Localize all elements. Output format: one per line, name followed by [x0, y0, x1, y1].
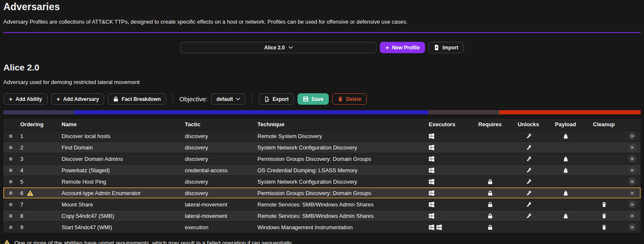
key-icon — [526, 168, 531, 173]
warning-banner: One or more of the abilities have unmet … — [3, 240, 641, 244]
tactic-link[interactable]: execution — [185, 224, 208, 230]
remove-ability-button[interactable]: ✕ — [628, 178, 636, 185]
cleanup-cell — [584, 213, 624, 219]
windows-executor-icon — [436, 225, 442, 230]
windows-executor-icon — [429, 168, 434, 173]
remove-ability-button[interactable]: ✕ — [628, 132, 636, 140]
tactic-link[interactable]: discovery — [185, 144, 208, 151]
key-icon — [526, 133, 531, 139]
executors-cell — [426, 156, 470, 162]
key-icon — [526, 213, 531, 219]
payload-cell — [547, 190, 584, 196]
ability-name: Mount Share — [59, 201, 182, 208]
table-row[interactable]: 5 Remote Host Ping discovery System Netw… — [3, 176, 641, 187]
warning-icon — [27, 190, 33, 196]
drag-handle[interactable] — [3, 146, 18, 149]
delete-button[interactable]: Delete — [332, 93, 367, 105]
new-profile-button[interactable]: + New Profile — [380, 42, 425, 53]
unlocks-cell — [510, 190, 547, 196]
ability-name: Discover local hosts — [59, 133, 182, 139]
import-button[interactable]: Import — [428, 42, 463, 53]
remove-ability-button[interactable]: ✕ — [628, 144, 636, 151]
add-adversary-button[interactable]: + Add Adversary — [51, 93, 105, 105]
table-row[interactable]: 3 Discover Domain Admins discovery Permi… — [3, 153, 641, 164]
tactic-link[interactable]: discovery — [185, 133, 208, 139]
windows-executor-icon — [429, 190, 434, 196]
tactic-link[interactable]: discovery — [185, 190, 208, 196]
payload-cell — [547, 156, 584, 162]
executors-cell — [426, 202, 470, 207]
cleanup-cell — [584, 225, 624, 230]
drag-handle[interactable] — [3, 168, 18, 172]
tactic-link[interactable]: discovery — [185, 179, 208, 185]
tactic-distribution-bar — [3, 110, 641, 114]
technique-name: Remote System Discovery — [255, 133, 426, 139]
technique-name: Permission Groups Discovery: Domain Grou… — [255, 156, 426, 162]
drag-handle-icon — [9, 191, 13, 195]
lock-icon — [487, 213, 493, 219]
trash-icon — [601, 202, 607, 207]
drag-handle-icon — [9, 203, 13, 206]
remove-ability-button[interactable]: ✕ — [628, 223, 636, 231]
trash-icon — [601, 213, 607, 219]
table-row[interactable]: 6 Account-type Admin Enumerator discover… — [3, 187, 641, 198]
fact-breakdown-button[interactable]: Fact Breakdown — [108, 93, 166, 105]
remove-ability-button[interactable]: ✕ — [628, 201, 636, 208]
tactic-bar-segment — [428, 110, 499, 114]
windows-executor-icon — [429, 145, 434, 150]
column-header-name: Name — [59, 121, 182, 127]
ability-name: Discover Domain Admins — [59, 156, 182, 162]
plus-icon: + — [9, 96, 13, 102]
tactic-link[interactable]: lateral-movement — [185, 213, 227, 219]
tactic-link[interactable]: lateral-movement — [185, 201, 227, 208]
table-row[interactable]: 1 Discover local hosts discovery Remote … — [3, 130, 641, 141]
ordering-value: 9 — [20, 224, 23, 230]
drag-handle[interactable] — [3, 191, 18, 195]
windows-executor-icon — [429, 133, 434, 139]
requires-cell — [470, 202, 510, 207]
table-row[interactable]: 8 Copy 54ndc47 (SMB) lateral-movement Re… — [3, 210, 641, 221]
table-row[interactable]: 4 Powerkatz (Staged) credential-access O… — [3, 165, 641, 176]
drag-handle[interactable] — [3, 180, 18, 184]
lock-icon — [487, 190, 493, 196]
objective-label: Objective: — [179, 95, 208, 103]
tactic-bar-segment — [74, 110, 429, 114]
tactic-link[interactable]: credential-access — [185, 167, 227, 174]
column-header-ordering: Ordering — [18, 121, 59, 127]
remove-ability-button[interactable]: ✕ — [628, 166, 636, 174]
tactic-link[interactable]: discovery — [185, 156, 208, 162]
requires-cell — [470, 225, 510, 230]
remove-ability-button[interactable]: ✕ — [628, 155, 636, 163]
key-icon — [526, 179, 531, 184]
technique-name: Permission Groups Discovery: Domain Grou… — [255, 190, 426, 196]
drag-handle[interactable] — [3, 134, 18, 138]
drag-handle[interactable] — [3, 225, 18, 229]
table-row[interactable]: 7 Mount Share lateral-movement Remote Se… — [3, 199, 641, 210]
technique-name: System Network Configuration Discovery — [255, 144, 426, 151]
drag-handle[interactable] — [3, 203, 18, 206]
drag-handle-icon — [9, 168, 13, 172]
drag-handle[interactable] — [3, 214, 18, 218]
export-button[interactable]: Export — [259, 93, 294, 105]
column-header-technique: Technique — [255, 121, 426, 127]
trash-icon — [338, 96, 343, 102]
table-body: 1 Discover local hosts discovery Remote … — [3, 130, 641, 233]
save-button[interactable]: Save — [298, 93, 329, 105]
remove-ability-button[interactable]: ✕ — [628, 212, 636, 220]
ability-name: Copy 54ndc47 (SMB) — [59, 213, 182, 219]
table-row[interactable]: 2 Find Domain discovery System Network C… — [3, 142, 641, 153]
add-ability-button[interactable]: + Add Ability — [3, 93, 48, 105]
objective-select-dropdown[interactable]: default — [211, 93, 246, 105]
drag-handle-icon — [9, 180, 13, 184]
payload-icon — [563, 168, 568, 173]
page-title: Adversaries — [3, 1, 641, 13]
key-icon — [526, 145, 531, 150]
windows-executor-icon — [429, 179, 434, 184]
drag-handle[interactable] — [3, 157, 18, 161]
profile-select-dropdown[interactable]: Alice 2.0 — [180, 42, 376, 53]
drag-handle-icon — [9, 157, 13, 161]
table-row[interactable]: 9 Start 54ndc47 (WMI) execution Windows … — [3, 222, 641, 233]
remove-ability-button[interactable]: ✕ — [628, 189, 636, 197]
requires-cell — [470, 213, 510, 219]
unlocks-cell — [510, 179, 547, 184]
